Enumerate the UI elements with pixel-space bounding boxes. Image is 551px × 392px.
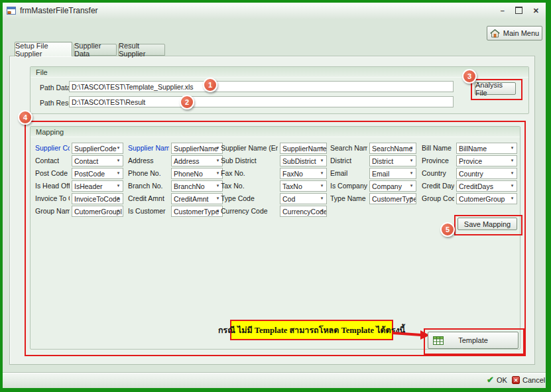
tab-result-supplier[interactable]: Result Supplier: [118, 44, 165, 56]
path-data-input[interactable]: D:\TASCO\TEST\Template_Supplier.xls: [69, 81, 454, 92]
annotation-badge-1: 1: [203, 78, 217, 92]
annotation-badge-3: 3: [462, 69, 477, 84]
annotation-rect-analysis-file: [471, 79, 522, 100]
spreadsheet-icon: [433, 336, 444, 345]
path-data-label: Path Data: [40, 84, 71, 92]
arrow-right-icon: [393, 329, 430, 341]
window-title: frmMasterFileTransfer: [20, 6, 98, 15]
tab-setup-file-supplier[interactable]: Setup File Supplier: [15, 42, 72, 56]
tab-supplier-data[interactable]: Supplier Data: [74, 44, 117, 56]
status-bar: [3, 373, 546, 388]
file-group-title: File: [31, 67, 528, 78]
annotation-badge-5: 5: [440, 222, 455, 237]
app-window: frmMasterFileTransfer – ✕ Main Menu Setu…: [0, 0, 551, 392]
maximize-icon[interactable]: [515, 7, 522, 15]
template-tooltip: กรณี ไม่มี Template สามารถโหลด Template …: [230, 320, 393, 340]
minimize-icon[interactable]: –: [501, 7, 505, 14]
ok-button[interactable]: ✔ OK: [487, 376, 507, 384]
form-icon: [7, 7, 16, 15]
save-mapping-button[interactable]: Save Mapping: [458, 218, 517, 230]
cancel-label: Cancel: [522, 376, 545, 384]
template-button[interactable]: Template: [428, 332, 519, 349]
path-result-input[interactable]: D:\TASCO\TEST\Result: [69, 96, 454, 107]
title-bar: frmMasterFileTransfer – ✕: [3, 3, 546, 19]
ok-label: OK: [497, 376, 507, 384]
cancel-button[interactable]: ✕ Cancel: [512, 376, 545, 384]
main-menu-label: Main Menu: [503, 29, 539, 37]
home-icon: [490, 29, 500, 38]
close-icon[interactable]: ✕: [533, 7, 539, 14]
check-icon: ✔: [487, 376, 494, 384]
main-menu-button[interactable]: Main Menu: [487, 26, 542, 40]
annotation-badge-4: 4: [18, 110, 32, 125]
template-button-label: Template: [458, 336, 488, 344]
cancel-icon: ✕: [512, 376, 520, 384]
annotation-badge-2: 2: [180, 95, 194, 109]
